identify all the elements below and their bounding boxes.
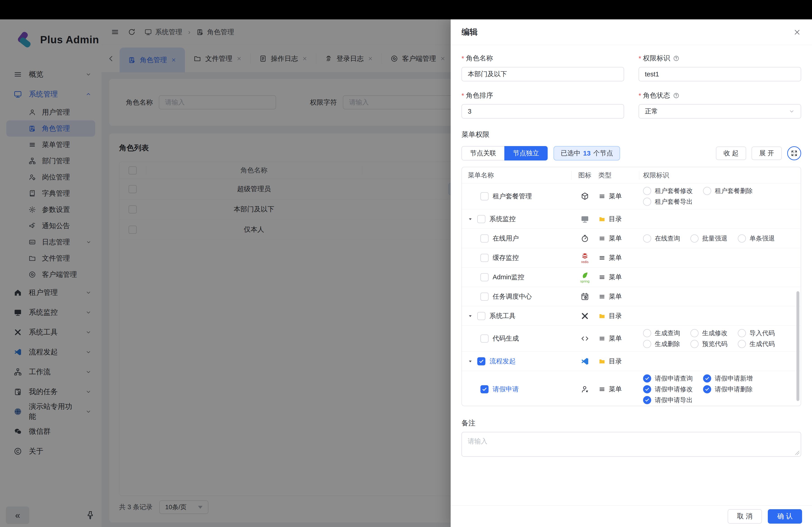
vscode-icon xyxy=(580,357,589,366)
perm-checkbox[interactable] xyxy=(738,235,746,243)
perm-option-预览代码[interactable]: 预览代码 xyxy=(691,340,727,348)
help-icon[interactable] xyxy=(673,55,680,62)
perm-checkbox[interactable] xyxy=(738,340,746,348)
tree-checkbox[interactable] xyxy=(480,385,489,393)
tree-checkbox[interactable] xyxy=(480,235,489,243)
close-icon[interactable] xyxy=(793,28,801,36)
perm-checkbox[interactable] xyxy=(643,396,651,404)
perm-option-生成删除[interactable]: 生成删除 xyxy=(643,340,680,348)
perm-checkbox[interactable] xyxy=(643,187,651,195)
perm-checkbox[interactable] xyxy=(643,374,651,382)
perm-checkbox[interactable] xyxy=(703,385,711,393)
tree-node-label: 系统工具 xyxy=(490,312,516,320)
type-label: 菜单 xyxy=(609,334,622,343)
perm-option-租户套餐导出[interactable]: 租户套餐导出 xyxy=(643,197,693,206)
tree-row-系统工具: 系统工具目录 xyxy=(462,306,801,326)
perm-checkbox[interactable] xyxy=(738,329,746,337)
tree-checkbox[interactable] xyxy=(477,215,485,223)
perm-checkbox[interactable] xyxy=(643,235,651,243)
perm-option-请假申请查询[interactable]: 请假申请查询 xyxy=(643,374,693,383)
selected-count-chip[interactable]: 已选中 13 个节点 xyxy=(553,146,620,161)
perm-option-批量强退[interactable]: 批量强退 xyxy=(691,234,727,243)
role-status-label: 角色状态 xyxy=(643,91,670,100)
gauge-icon xyxy=(580,234,589,243)
tree-node-label: 系统监控 xyxy=(490,215,516,224)
perm-option-请假申请删除[interactable]: 请假申请删除 xyxy=(703,385,753,394)
tree-col-菜单名称: 菜单名称 xyxy=(462,171,571,180)
segment-节点独立[interactable]: 节点独立 xyxy=(504,146,548,161)
icon-caption: redis xyxy=(581,260,589,264)
personArrow-icon xyxy=(580,385,589,394)
tree-node-label: 缓存监控 xyxy=(493,253,519,262)
segment-节点关联[interactable]: 节点关联 xyxy=(462,146,504,161)
perm-option-租户套餐删除[interactable]: 租户套餐删除 xyxy=(703,187,753,195)
perm-label: 生成代码 xyxy=(750,340,775,348)
tree-checkbox[interactable] xyxy=(477,312,485,320)
cancel-button[interactable]: 取 消 xyxy=(728,509,762,524)
note-label: 备注 xyxy=(462,418,801,428)
tree-checkbox[interactable] xyxy=(480,192,489,200)
menu-perm-label: 菜单权限 xyxy=(462,130,801,139)
tree-row-缓存监控: 缓存监控redis菜单 xyxy=(462,248,801,268)
edit-drawer: 编辑 *角色名称 本部门及以下 *权限标识 test1 *角色排序 3 *角色状… xyxy=(451,19,812,527)
perm-option-请假申请导出[interactable]: 请假申请导出 xyxy=(643,396,693,404)
tree-body: 租户套餐管理菜单租户套餐修改租户套餐删除租户套餐导出系统监控目录在线用户菜单在线… xyxy=(462,183,801,406)
tree-checkbox[interactable] xyxy=(480,334,489,343)
tree-col-图标: 图标 xyxy=(571,171,598,180)
perm-label: 批量强退 xyxy=(702,234,727,243)
redisIc-icon xyxy=(580,252,589,260)
perm-option-单条强退[interactable]: 单条强退 xyxy=(738,234,775,243)
note-textarea[interactable]: 请输入 xyxy=(462,432,801,457)
perm-checkbox[interactable] xyxy=(691,340,698,348)
perm-option-生成代码[interactable]: 生成代码 xyxy=(738,340,775,348)
perm-option-租户套餐修改[interactable]: 租户套餐修改 xyxy=(643,187,693,195)
tree-node-label: 流程发起 xyxy=(490,357,516,366)
perm-checkbox[interactable] xyxy=(643,385,651,393)
perm-label: 生成查询 xyxy=(655,329,680,337)
tree-checkbox[interactable] xyxy=(480,273,489,281)
tree-node-label: 在线用户 xyxy=(493,234,519,243)
collapse-all-button[interactable]: 收 起 xyxy=(716,147,746,160)
perm-option-请假申请修改[interactable]: 请假申请修改 xyxy=(643,385,693,394)
perm-flag-label: 权限标识 xyxy=(643,54,670,63)
perm-checkbox[interactable] xyxy=(643,340,651,348)
role-sort-input[interactable]: 3 xyxy=(462,104,624,119)
perm-option-导入代码[interactable]: 导入代码 xyxy=(738,329,775,337)
perm-option-请假申请新增[interactable]: 请假申请新增 xyxy=(703,374,753,383)
perm-checkbox[interactable] xyxy=(643,329,651,337)
fullscreen-icon xyxy=(791,150,798,157)
system-top-bar xyxy=(0,0,812,19)
role-name-input[interactable]: 本部门及以下 xyxy=(462,67,624,81)
expand-caret-icon[interactable] xyxy=(467,216,473,222)
perm-flag-input[interactable]: test1 xyxy=(639,67,801,81)
expand-caret-icon[interactable] xyxy=(467,313,473,319)
role-status-select[interactable]: 正常 xyxy=(639,104,801,119)
type-label: 菜单 xyxy=(609,385,622,394)
tree-checkbox[interactable] xyxy=(480,292,489,301)
perm-checkbox[interactable] xyxy=(703,374,711,382)
perm-label: 在线查询 xyxy=(655,234,680,243)
expand-all-button[interactable]: 展 开 xyxy=(752,147,782,160)
fullscreen-button[interactable] xyxy=(787,146,801,160)
tree-checkbox[interactable] xyxy=(480,254,489,262)
perm-checkbox[interactable] xyxy=(691,329,698,337)
menu-perm-controls: 节点关联节点独立 已选中 13 个节点 收 起 展 开 xyxy=(462,146,801,161)
role-form: *角色名称 本部门及以下 *权限标识 test1 *角色排序 3 *角色状态 正… xyxy=(462,54,801,119)
perm-option-生成查询[interactable]: 生成查询 xyxy=(643,329,680,337)
springIc-icon xyxy=(580,271,589,280)
type-label: 目录 xyxy=(609,312,622,320)
tree-checkbox[interactable] xyxy=(477,357,485,365)
expand-caret-icon[interactable] xyxy=(467,358,473,364)
perm-option-在线查询[interactable]: 在线查询 xyxy=(643,234,680,243)
tree-scrollbar[interactable] xyxy=(796,291,799,401)
chevron-down-icon xyxy=(788,108,795,115)
code-icon xyxy=(580,334,589,343)
perm-option-生成修改[interactable]: 生成修改 xyxy=(691,329,727,337)
help-icon[interactable] xyxy=(673,92,680,99)
tree-node-label: 代码生成 xyxy=(493,334,519,343)
perm-checkbox[interactable] xyxy=(703,187,711,195)
perm-checkbox[interactable] xyxy=(643,198,651,206)
tree-row-Admin监控: Admin监控spring菜单 xyxy=(462,268,801,287)
perm-checkbox[interactable] xyxy=(691,235,698,243)
confirm-button[interactable]: 确 认 xyxy=(768,509,802,524)
